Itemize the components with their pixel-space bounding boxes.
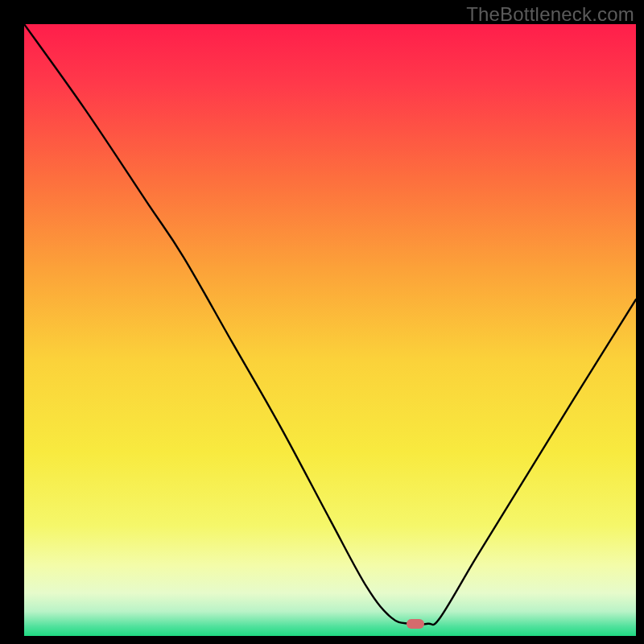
plot-area	[24, 24, 636, 636]
bottleneck-curve	[24, 24, 636, 636]
watermark-text: TheBottleneck.com	[466, 3, 634, 26]
chart-frame: TheBottleneck.com	[0, 0, 644, 644]
optimum-marker	[407, 619, 424, 629]
